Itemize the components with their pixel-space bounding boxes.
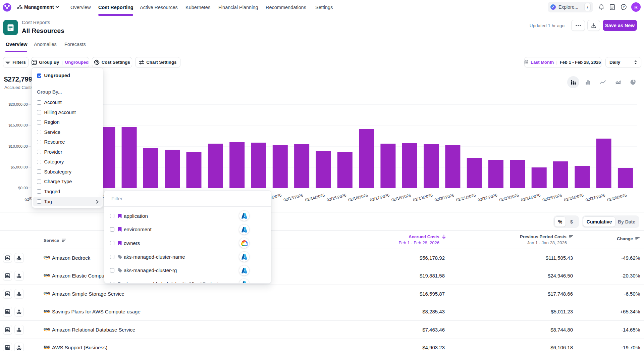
svg-text:02/24/2026: 02/24/2026	[520, 193, 541, 202]
svg-text:02/17/2026: 02/17/2026	[369, 193, 390, 202]
svg-text:$0.00: $0.00	[18, 186, 28, 190]
svg-text:aws: aws	[44, 291, 50, 295]
svg-text:02/28/2026: 02/28/2026	[607, 193, 628, 202]
svg-text:02/16/2026: 02/16/2026	[348, 193, 369, 202]
svg-text:aws: aws	[44, 273, 50, 277]
svg-text:02/20/2026: 02/20/2026	[434, 193, 455, 202]
svg-text:$10,000.00: $10,000.00	[8, 144, 28, 148]
svg-text:02/18/2026: 02/18/2026	[391, 193, 412, 202]
svg-text:aws: aws	[44, 255, 50, 259]
svg-text:aws: aws	[44, 309, 50, 312]
svg-text:$5,000.00: $5,000.00	[11, 165, 28, 169]
svg-text:02/19/2026: 02/19/2026	[413, 193, 433, 202]
svg-text:02/27/2026: 02/27/2026	[585, 193, 606, 202]
svg-text:02/22/2026: 02/22/2026	[477, 193, 498, 202]
svg-text:02/15/2026: 02/15/2026	[326, 193, 347, 202]
svg-text:$15,000.00: $15,000.00	[8, 123, 28, 127]
svg-text:02/23/2026: 02/23/2026	[499, 193, 520, 202]
svg-text:02/21/2026: 02/21/2026	[455, 193, 476, 202]
svg-text:02/14/2026: 02/14/2026	[305, 193, 325, 202]
svg-text:aws: aws	[44, 345, 50, 348]
svg-text:02/25/2026: 02/25/2026	[542, 193, 563, 202]
svg-text:02/13/2026: 02/13/2026	[283, 193, 304, 202]
svg-text:02/26/2026: 02/26/2026	[564, 193, 584, 202]
svg-text:aws: aws	[44, 327, 50, 331]
svg-text:$20,000.00: $20,000.00	[8, 102, 28, 106]
